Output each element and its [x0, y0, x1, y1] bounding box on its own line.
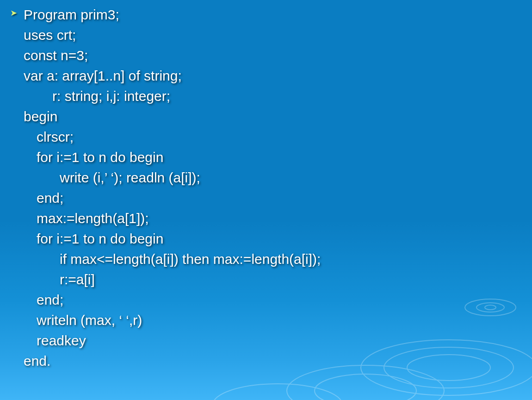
code-line: var a: array[1..n] of string;	[24, 66, 321, 86]
code-line: end;	[24, 188, 321, 208]
code-line: if max<=length(a[i]) then max:=length(a[…	[24, 249, 321, 269]
code-line: r:=a[i]	[24, 269, 321, 290]
code-line: writeln (max, ‘ ‘,r)	[24, 310, 321, 331]
code-line: const n=3;	[24, 45, 321, 66]
code-line: uses crt;	[24, 25, 321, 45]
code-line: readkey	[24, 331, 321, 351]
code-line: clrscr;	[24, 127, 321, 147]
code-line: for i:=1 to n do begin	[24, 147, 321, 168]
code-line: end;	[24, 290, 321, 310]
code-listing: Program prim3;uses crt;const n=3;var a: …	[24, 5, 321, 371]
slide-content: ➤ Program prim3;uses crt;const n=3;var a…	[0, 0, 532, 371]
svg-point-4	[315, 374, 416, 400]
code-line: end.	[24, 351, 321, 371]
code-line: write (i,’ ‘); readln (a[i]);	[24, 168, 321, 188]
code-line: max:=length(a[1]);	[24, 208, 321, 229]
code-line: Program prim3;	[24, 5, 321, 25]
bullet-arrow-icon: ➤	[10, 5, 17, 21]
code-line: for i:=1 to n do begin	[24, 229, 321, 249]
code-line: r: string; i,j: integer;	[24, 86, 321, 106]
code-line: begin	[24, 106, 321, 127]
svg-point-8	[213, 384, 342, 400]
